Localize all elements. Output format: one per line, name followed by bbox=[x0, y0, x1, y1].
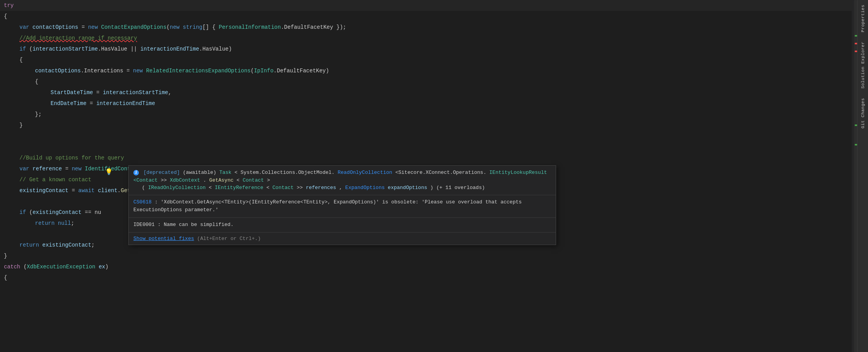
intellisense-fixes: Show potential fixes (Alt+Enter or Ctrl+… bbox=[129, 233, 556, 245]
code-line: }; bbox=[0, 109, 852, 120]
code-line: //Add interaction range if necessary bbox=[0, 33, 852, 44]
sidebar-tab-properties[interactable]: Properties bbox=[858, 0, 868, 37]
code-line: var contactOptions = new ContactExpandOp… bbox=[0, 22, 852, 33]
deprecated-label: [deprecated] bbox=[144, 170, 180, 175]
code-line: { bbox=[0, 54, 852, 65]
right-sidebar: Properties Solution Explorer Git Changes bbox=[857, 0, 868, 352]
code-line: { bbox=[0, 272, 852, 283]
task-type: Task bbox=[219, 170, 231, 175]
intellisense-signature: i [deprecated] (awaitable) Task < System… bbox=[129, 166, 556, 195]
code-line: //Build up options for the query bbox=[0, 152, 852, 163]
intellisense-info: IDE0001 : Name can be simplified. bbox=[129, 218, 556, 233]
code-line: catch ( XdbExecutionException ex ) bbox=[0, 261, 852, 272]
bulb-icon[interactable]: 💡 bbox=[105, 168, 113, 176]
code-line: if ( interactionStartTime .HasValue || i… bbox=[0, 44, 852, 54]
fix-hint: (Alt+Enter or Ctrl+.) bbox=[197, 236, 261, 242]
sidebar-tab-git-changes[interactable]: Git Changes bbox=[858, 93, 868, 133]
keyword-try: try bbox=[4, 0, 14, 11]
cs-code: CS0618 bbox=[133, 199, 152, 205]
scrollbar[interactable] bbox=[852, 0, 857, 352]
code-line: try bbox=[0, 0, 852, 11]
awaitable-label: (awaitable) bbox=[183, 170, 219, 175]
scrollbar-markers bbox=[854, 0, 857, 352]
code-line: StartDateTime = interactionStartTime , bbox=[0, 87, 852, 98]
code-line: } bbox=[0, 250, 852, 261]
code-line: EndDateTime = interactionEndTime bbox=[0, 98, 852, 109]
intellisense-warning: CS0618 : 'XdbContext.GetAsync<TEntity>(I… bbox=[129, 195, 556, 218]
sidebar-tab-solution-explorer[interactable]: Solution Explorer bbox=[858, 37, 868, 93]
scrollbar-thumb[interactable] bbox=[854, 0, 857, 352]
code-line bbox=[0, 142, 852, 152]
code-line: } bbox=[0, 120, 852, 131]
obsolete-icon: i bbox=[133, 170, 139, 175]
code-line: { bbox=[0, 11, 852, 22]
code-line: { bbox=[0, 76, 852, 87]
code-line: contactOptions .Interactions = new Relat… bbox=[0, 65, 852, 76]
code-line bbox=[0, 131, 852, 142]
readonly-collection-link[interactable]: ReadOnlyCollection bbox=[338, 170, 392, 175]
intellisense-popup: i [deprecated] (awaitable) Task < System… bbox=[128, 165, 556, 245]
show-fixes-link[interactable]: Show potential fixes bbox=[133, 236, 194, 242]
ide-code: IDE0001 bbox=[133, 222, 155, 228]
code-editor[interactable]: try { var contactOptions = new ContactEx… bbox=[0, 0, 852, 352]
